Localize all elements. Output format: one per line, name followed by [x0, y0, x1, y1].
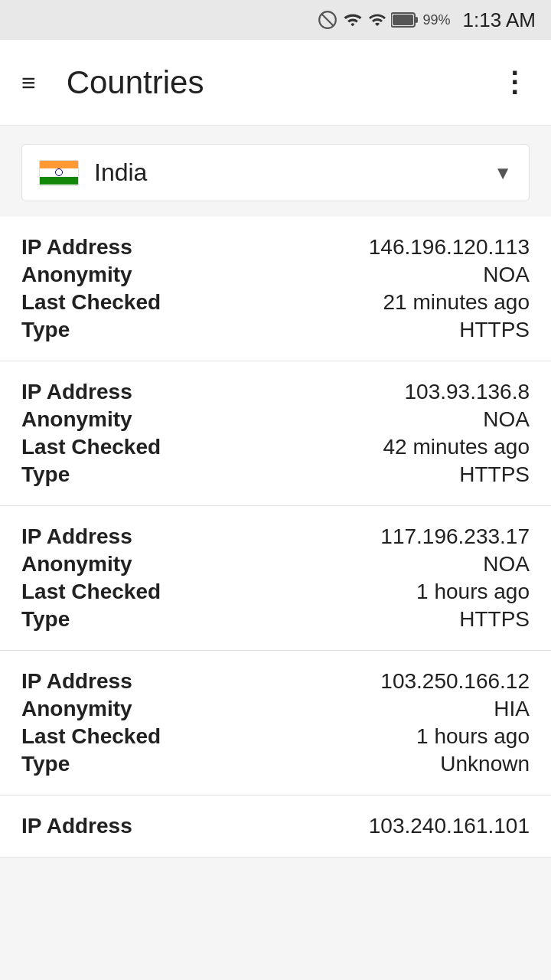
battery-percentage: 99% [423, 12, 451, 28]
ip-row: IP Address 103.250.166.12 [21, 669, 530, 694]
block-icon [318, 10, 337, 30]
proxy-entry[interactable]: IP Address 103.250.166.12 Anonymity HIA … [0, 651, 551, 795]
ip-value: 117.196.233.17 [380, 524, 530, 549]
anonymity-value: HIA [494, 697, 530, 721]
india-flag [39, 160, 79, 186]
anonymity-label: Anonymity [21, 263, 132, 287]
ip-value: 103.93.136.8 [405, 380, 530, 404]
country-selector-container: India ▼ [0, 126, 551, 217]
type-value: HTTPS [459, 607, 530, 632]
svg-line-1 [321, 14, 333, 25]
ip-row: IP Address 146.196.120.113 [21, 235, 530, 260]
proxy-list: IP Address 146.196.120.113 Anonymity NOA… [0, 217, 551, 858]
type-label: Type [21, 752, 70, 776]
last-checked-row: Last Checked 1 hours ago [21, 724, 530, 749]
anonymity-row: Anonymity NOA [21, 552, 530, 577]
ip-label: IP Address [21, 814, 132, 838]
ip-label: IP Address [21, 524, 132, 549]
page-title: Countries [67, 64, 500, 101]
ip-label: IP Address [21, 235, 132, 260]
last-checked-label: Last Checked [21, 580, 161, 604]
clock: 1:13 AM [463, 8, 536, 32]
type-row: Type HTTPS [21, 607, 530, 632]
type-value: Unknown [440, 752, 530, 776]
anonymity-row: Anonymity NOA [21, 407, 530, 432]
ip-row: IP Address 103.240.161.101 [21, 814, 530, 838]
proxy-entry[interactable]: IP Address 117.196.233.17 Anonymity NOA … [0, 506, 551, 651]
last-checked-row: Last Checked 21 minutes ago [21, 290, 530, 315]
last-checked-row: Last Checked 42 minutes ago [21, 435, 530, 459]
type-value: HTTPS [459, 318, 530, 342]
last-checked-row: Last Checked 1 hours ago [21, 580, 530, 604]
ip-value: 146.196.120.113 [369, 235, 530, 260]
ip-label: IP Address [21, 380, 132, 404]
country-dropdown[interactable]: India ▼ [21, 144, 530, 201]
ip-label: IP Address [21, 669, 132, 694]
anonymity-value: NOA [483, 552, 530, 577]
app-bar: ≡ Countries ⋮ [0, 40, 551, 126]
anonymity-row: Anonymity HIA [21, 697, 530, 721]
last-checked-label: Last Checked [21, 435, 161, 459]
ip-value: 103.250.166.12 [380, 669, 530, 694]
last-checked-label: Last Checked [21, 724, 161, 749]
battery-icon [391, 11, 419, 28]
ip-row: IP Address 117.196.233.17 [21, 524, 530, 549]
last-checked-value: 42 minutes ago [383, 435, 530, 459]
status-icons: 99% [318, 10, 451, 30]
signal-icon [368, 10, 386, 30]
wifi-icon [342, 10, 364, 30]
anonymity-value: NOA [483, 407, 530, 432]
chevron-down-icon: ▼ [494, 162, 512, 184]
anonymity-row: Anonymity NOA [21, 263, 530, 287]
last-checked-value: 1 hours ago [416, 580, 530, 604]
anonymity-value: NOA [483, 263, 530, 287]
anonymity-label: Anonymity [21, 697, 132, 721]
last-checked-value: 21 minutes ago [383, 290, 530, 315]
ip-value: 103.240.161.101 [369, 814, 530, 838]
proxy-entry[interactable]: IP Address 103.240.161.101 [0, 795, 551, 858]
proxy-entry[interactable]: IP Address 146.196.120.113 Anonymity NOA… [0, 217, 551, 361]
type-label: Type [21, 318, 70, 342]
svg-rect-3 [415, 17, 418, 23]
last-checked-value: 1 hours ago [416, 724, 530, 749]
proxy-entry[interactable]: IP Address 103.93.136.8 Anonymity NOA La… [0, 361, 551, 506]
type-row: Type HTTPS [21, 462, 530, 487]
type-label: Type [21, 607, 70, 632]
type-row: Type HTTPS [21, 318, 530, 342]
svg-rect-4 [393, 15, 413, 25]
status-bar: 99% 1:13 AM [0, 0, 551, 40]
type-row: Type Unknown [21, 752, 530, 776]
anonymity-label: Anonymity [21, 552, 132, 577]
type-value: HTTPS [459, 462, 530, 487]
anonymity-label: Anonymity [21, 407, 132, 432]
last-checked-label: Last Checked [21, 290, 161, 315]
selected-country: India [94, 158, 494, 187]
hamburger-menu-button[interactable]: ≡ [21, 70, 36, 95]
ip-row: IP Address 103.93.136.8 [21, 380, 530, 404]
type-label: Type [21, 462, 70, 487]
more-options-button[interactable]: ⋮ [500, 67, 530, 99]
